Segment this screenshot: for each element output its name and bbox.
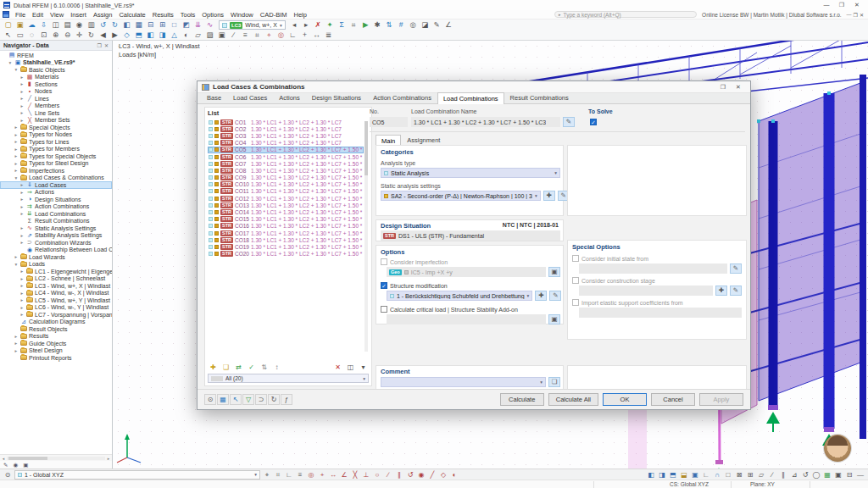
- menu-options[interactable]: Options: [198, 10, 227, 19]
- refresh-icon[interactable]: ↻: [268, 394, 280, 405]
- coordinate-system-dropdown[interactable]: 1 - Global XYZ ▾: [14, 470, 260, 480]
- coordinate-search-icon[interactable]: ⊙: [3, 470, 13, 480]
- grid-toggle-icon[interactable]: ⌗: [273, 470, 283, 480]
- zoom-out-icon[interactable]: ⊖: [62, 30, 73, 40]
- expand-arrow-icon[interactable]: ▸: [19, 269, 25, 274]
- expand-arrow-icon[interactable]: ▸: [14, 153, 19, 158]
- guidelines-toggle-icon[interactable]: ≡: [295, 470, 305, 480]
- tree-item[interactable]: Result Objects: [0, 325, 112, 333]
- expand-arrow-icon[interactable]: ▸: [14, 132, 19, 137]
- axes-display-icon[interactable]: ∟: [701, 470, 711, 480]
- edit-name-button[interactable]: ✎: [563, 117, 575, 127]
- tree-item[interactable]: ⊿Calculation Diagrams: [0, 319, 112, 326]
- expand-arrow-icon[interactable]: ▸: [19, 89, 25, 94]
- consider-imperfection-checkbox[interactable]: [381, 258, 387, 265]
- close-button[interactable]: ✕: [849, 0, 865, 10]
- renumber-combinations-icon[interactable]: ⇅: [259, 363, 270, 372]
- nearest-snap-icon[interactable]: ∕: [383, 470, 393, 480]
- menu-insert[interactable]: Insert: [67, 10, 90, 19]
- add-select-icon[interactable]: ⊞: [745, 470, 755, 480]
- parallel-icon[interactable]: ∥: [778, 470, 788, 480]
- select-box-icon[interactable]: □: [723, 470, 733, 480]
- expand-arrow-icon[interactable]: ▸: [19, 75, 25, 80]
- combination-row[interactable]: STRCO181.30 * LC1 + 1.30 * LC2 + 1.30 * …: [208, 236, 364, 243]
- tree-item[interactable]: ▸LC2 - Schnee | Schneelast: [0, 275, 112, 283]
- tree-item[interactable]: ▸Types for Special Objects: [0, 152, 112, 160]
- tree-item[interactable]: ▾▣Stahlhalle_VE.rs9*: [0, 59, 112, 67]
- prev-load-case-icon[interactable]: ◂: [289, 20, 300, 30]
- menu-cad-bim[interactable]: CAD-BIM: [257, 10, 291, 19]
- workplane-xz-icon[interactable]: ◨: [657, 470, 667, 480]
- fullscreen-icon[interactable]: □: [169, 20, 180, 30]
- list-scrollbar[interactable]: [364, 121, 368, 352]
- menu-edit[interactable]: Edit: [29, 10, 47, 19]
- section-plane-icon[interactable]: ∕: [228, 30, 239, 40]
- tree-item[interactable]: ▸Results: [0, 333, 112, 341]
- combination-row[interactable]: STRCO31.30 * LC1 + 1.30 * LC2 + 1.30 * L…: [208, 132, 364, 139]
- load-graphics-icon[interactable]: ⇊: [192, 20, 203, 30]
- intersection-snap-icon[interactable]: ╳: [350, 470, 360, 480]
- columns-menu-icon[interactable]: ▾: [358, 363, 369, 372]
- settings-icon[interactable]: ✱: [372, 20, 383, 30]
- menu-file[interactable]: File: [12, 10, 29, 19]
- pick-in-graphic-icon[interactable]: ↖: [230, 394, 242, 405]
- pan-icon[interactable]: ✛: [74, 30, 85, 40]
- tab-base[interactable]: Base: [201, 92, 227, 103]
- mdi-restore-icon[interactable]: ❐: [854, 12, 858, 18]
- apply-button[interactable]: Apply: [699, 393, 743, 406]
- expand-arrow-icon[interactable]: ▸: [19, 103, 25, 108]
- minimize-button[interactable]: —: [819, 0, 834, 10]
- expand-arrow-icon[interactable]: ▸: [14, 168, 19, 173]
- grid-icon[interactable]: ⌗: [252, 30, 263, 40]
- combination-row[interactable]: STRCO81.30 * LC1 + 1.30 * LC2 + 1.30 * L…: [208, 167, 364, 174]
- analysis-type-dropdown[interactable]: Static Analysis ▾: [381, 168, 560, 178]
- visibility-icon[interactable]: ◎: [408, 20, 419, 30]
- ortho-toggle-icon[interactable]: ∟: [284, 470, 294, 480]
- menu-tools[interactable]: Tools: [177, 10, 199, 19]
- filter-dropdown[interactable]: All (20) ▾: [208, 374, 369, 383]
- tree-item[interactable]: ▸╱Members: [0, 103, 112, 110]
- navigator-horizontal-scrollbar[interactable]: ◂ ▸: [0, 454, 112, 461]
- expand-arrow-icon[interactable]: ▸: [19, 96, 25, 101]
- zoom-in-icon[interactable]: ⊕: [50, 30, 61, 40]
- scrollbar-track[interactable]: [7, 457, 105, 460]
- sort-combinations-icon[interactable]: ↕: [271, 363, 282, 372]
- static-analysis-settings-dropdown[interactable]: SA2 - Second-order (P-Δ) | Newton-Raphso…: [381, 191, 541, 201]
- display-navigator-tab-icon[interactable]: ▣: [23, 462, 28, 469]
- rfem-menu-icon[interactable]: [3, 11, 9, 18]
- line-grid-icon[interactable]: ▱: [756, 470, 766, 480]
- copy-combination-icon[interactable]: ❏: [220, 363, 231, 372]
- combination-row[interactable]: STRCO151.30 * LC1 + 1.30 * LC2 + 1.30 * …: [208, 216, 364, 223]
- expand-arrow-icon[interactable]: ▸: [19, 240, 25, 245]
- tree-item[interactable]: ▸⇗Stability Analysis Settings: [0, 232, 112, 240]
- tree-item[interactable]: ▸Special Objects: [0, 124, 112, 131]
- combination-row[interactable]: STRCO201.30 * LC1 + 1.30 * LC2 + 1.30 * …: [208, 251, 364, 258]
- tree-item[interactable]: ▸Load Wizards: [0, 253, 112, 261]
- collapse-icon[interactable]: —: [855, 470, 865, 480]
- frame-icon[interactable]: ▣: [833, 470, 843, 480]
- object-snap-icon[interactable]: ◎: [306, 470, 316, 480]
- new-model-icon[interactable]: ▢: [3, 20, 14, 30]
- tree-item[interactable]: ▸⇓Load Cases: [0, 181, 112, 189]
- tree-item[interactable]: ▸Types for Steel Design: [0, 160, 112, 168]
- expand-arrow-icon[interactable]: ▸: [19, 283, 25, 288]
- data-navigator-tab-icon[interactable]: ✎: [3, 462, 8, 469]
- combination-row[interactable]: STRCO131.30 * LC1 + 1.30 * LC2 + 1.30 * …: [208, 202, 364, 208]
- section-icon[interactable]: ∕: [767, 470, 777, 480]
- triangle-icon[interactable]: ⊿: [789, 470, 799, 480]
- snapshot-icon[interactable]: ◉: [74, 20, 85, 30]
- lasso-select-icon[interactable]: ◌: [26, 30, 37, 40]
- filter-icon[interactable]: ▽: [242, 394, 254, 405]
- tree-item[interactable]: ▸∿Static Analysis Settings: [0, 225, 112, 232]
- navigator-panel-icon[interactable]: ◧: [121, 20, 132, 30]
- mesh-icon[interactable]: ⌗: [348, 20, 359, 30]
- plane-select-icon[interactable]: ▣: [690, 470, 700, 480]
- expand-arrow-icon[interactable]: ▾: [8, 60, 13, 65]
- workplane-xy-icon[interactable]: ◧: [646, 470, 656, 480]
- result-graphics-icon[interactable]: ∿: [204, 20, 215, 30]
- table-columns-icon[interactable]: ◫: [345, 363, 356, 372]
- new-settings-button[interactable]: ✚: [543, 191, 555, 201]
- combination-row[interactable]: STRCO191.30 * LC1 + 1.30 * LC2 + 1.30 * …: [208, 243, 364, 250]
- tree-item[interactable]: ▸LC4 - Wind, w-, X | Windlast: [0, 290, 112, 297]
- expand-arrow-icon[interactable]: ▸: [19, 197, 25, 202]
